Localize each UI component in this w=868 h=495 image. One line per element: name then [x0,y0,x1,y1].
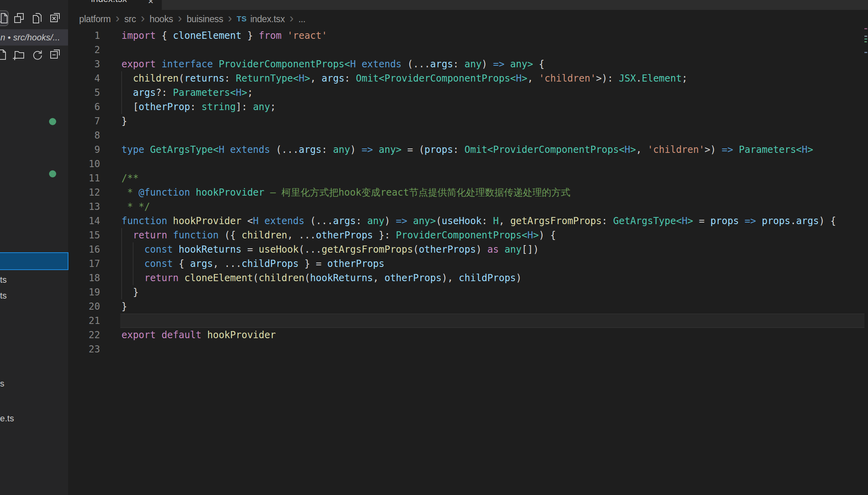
breadcrumb-item[interactable]: src [124,14,136,25]
code-line[interactable]: 23 [68,342,864,356]
token: type [121,144,144,155]
line-number[interactable]: 11 [68,171,100,185]
token: from [259,30,282,41]
line-number[interactable]: 21 [68,314,100,328]
tab-bar: index.tsx × [68,0,868,10]
code-line[interactable]: 12 * @function hookProvider — 柯里化方式把hook… [68,185,864,200]
token: H [350,59,356,70]
code-text: * */ [100,200,150,214]
close-all-editors-icon[interactable] [49,12,62,25]
breadcrumb-item[interactable]: hooks [150,14,173,25]
minimap-mark [864,36,867,37]
new-file-icon[interactable] [0,12,9,25]
line-number[interactable]: 10 [68,157,100,171]
minimap[interactable] [864,0,868,495]
token: } [121,301,127,312]
token: . [790,215,796,227]
open-editor-item[interactable]: n • src/hooks/... [0,29,68,46]
breadcrumb-item[interactable]: platform [79,14,111,25]
code-line[interactable]: 18 return cloneElement(children(hookRetu… [68,271,864,285]
file-tree-item[interactable]: ts [0,275,7,285]
token: interface [156,59,213,70]
breadcrumb-item[interactable]: buisiness [187,14,223,25]
token: getArgsFromProps [510,215,602,227]
token: otherProps [419,244,476,255]
line-number[interactable]: 22 [68,328,100,342]
file-tree-item[interactable]: ts [0,291,7,301]
close-tab-icon[interactable]: × [148,0,154,7]
breadcrumb-more[interactable]: ... [298,14,305,25]
split-editor-icon[interactable] [13,12,25,25]
code-line[interactable]: 9type GetArgsType<H extends (...args: an… [68,143,864,157]
token: < [241,215,253,227]
code-line[interactable]: 8 [68,128,864,143]
line-number[interactable]: 19 [68,285,100,299]
code-text: export interface ProviderComponentProps<… [100,57,544,71]
minimap-mark [864,41,867,42]
chevron-right-icon: › [290,14,294,22]
file-tree-item[interactable]: s [0,379,4,389]
code-line[interactable]: 16 const hookReturns = useHook(...getArg… [68,242,864,257]
file-tree-item[interactable]: e.ts [0,413,14,424]
code-line[interactable]: 20} [68,299,864,314]
token: args [133,87,156,98]
code-line[interactable]: 19 } [68,285,864,299]
line-number[interactable]: 9 [68,143,100,157]
token: , ... [213,258,241,269]
token: otherProps [385,272,442,284]
token: ; [247,87,253,98]
tab-index-tsx[interactable]: index.tsx × [68,0,162,10]
refresh-icon[interactable] [31,48,44,61]
token: H [236,87,241,98]
code-text: function hookProvider <H extends (...arg… [100,214,836,228]
line-number[interactable]: 7 [68,114,100,128]
token: : [481,215,493,227]
code-line[interactable]: 4 children(returns: ReturnType<H>, args:… [68,71,864,86]
save-all-icon[interactable] [31,12,44,25]
new-folder-icon[interactable] [12,48,25,61]
line-number[interactable]: 8 [68,128,100,143]
line-number[interactable]: 17 [68,257,100,271]
code-line[interactable]: 5 args?: Parameters<H>; [68,86,864,100]
line-number[interactable]: 14 [68,214,100,228]
line-number[interactable]: 16 [68,242,100,257]
line-number[interactable]: 12 [68,185,100,200]
new-file-icon[interactable] [0,48,8,61]
token: = ( [402,144,425,155]
token: const [144,244,173,255]
line-number[interactable]: 4 [68,71,100,86]
code-line[interactable]: 10 [68,157,864,171]
line-number[interactable]: 3 [68,57,100,71]
code-line[interactable]: 15 return function ({ children, ...other… [68,228,864,242]
line-number[interactable]: 2 [68,43,100,57]
breadcrumb-file[interactable]: index.tsx [250,14,285,25]
line-number[interactable]: 13 [68,200,100,214]
token: Parameters< [733,144,802,155]
selected-file-row[interactable] [0,252,68,270]
code-line[interactable]: 2 [68,43,864,57]
token: hookProvider [190,187,264,198]
code-line[interactable]: 17 const { args, ...childProps } = other… [68,257,864,271]
code-editor[interactable]: 1import { cloneElement } from 'react'23e… [68,29,864,356]
code-line[interactable]: 13 * */ [68,200,864,214]
code-text: args?: Parameters<H>; [100,86,253,100]
line-number[interactable]: 5 [68,86,100,100]
code-line[interactable]: 3export interface ProviderComponentProps… [68,57,864,71]
line-number[interactable]: 23 [68,342,100,356]
line-number[interactable]: 20 [68,299,100,314]
line-number[interactable]: 18 [68,271,100,285]
current-line-highlight [120,314,864,328]
code-line[interactable]: 11/** [68,171,864,185]
collapse-folders-icon[interactable] [49,48,62,61]
line-number[interactable]: 6 [68,100,100,114]
code-line[interactable]: 1import { cloneElement } from 'react' [68,29,864,43]
line-number[interactable]: 1 [68,29,100,43]
code-line[interactable]: 14function hookProvider <H extends (...a… [68,214,864,228]
token: GetArgsType< [613,215,682,227]
code-line[interactable]: 22export default hookProvider [68,328,864,342]
line-number[interactable]: 15 [68,228,100,242]
token: H [219,144,224,155]
token: export default [121,329,201,341]
code-line[interactable]: 7} [68,114,864,128]
code-line[interactable]: 6 [otherProp: string]: any; [68,100,864,114]
